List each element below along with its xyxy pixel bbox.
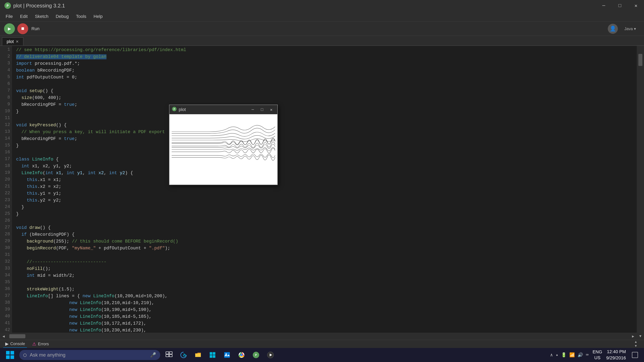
- tabbar: plot ✕: [0, 36, 644, 46]
- dropbox-icon[interactable]: ✦: [556, 352, 558, 358]
- menubar: File Edit Sketch Debug Tools Help: [0, 11, 644, 22]
- microphone-icon[interactable]: 🎤: [150, 352, 156, 358]
- taskbar-right: ∧ ✦ 🔋 📶 🔊 ⌨ ENG US 12:40 PM 9/29/2016: [550, 349, 640, 361]
- svg-text:P: P: [255, 354, 257, 357]
- volume-icon[interactable]: 🔊: [578, 352, 583, 358]
- svg-rect-7: [10, 355, 14, 359]
- search-placeholder: Ask me anything: [30, 352, 66, 358]
- errors-icon: ⚠: [32, 342, 36, 347]
- user-icon[interactable]: 👤: [608, 24, 618, 34]
- system-clock[interactable]: 12:40 PM 9/29/2016: [606, 349, 626, 361]
- lang-code: ENG: [592, 349, 602, 355]
- plot-window-titlebar: P plot ─ □ ✕: [170, 105, 277, 114]
- scroll-left-button[interactable]: ◀: [0, 333, 7, 340]
- lang-region: US: [592, 355, 602, 361]
- app-icon: P: [4, 2, 11, 9]
- search-bar[interactable]: ◯ Ask me anything 🎤: [19, 350, 160, 360]
- line-numbers: 1 2 3 4 5 6 7 8 9 10 11 12 13 14 15 16 1…: [0, 46, 12, 340]
- chevron-up-icon[interactable]: ∧: [550, 352, 553, 358]
- svg-rect-13: [210, 352, 212, 355]
- photos-button[interactable]: [222, 349, 233, 361]
- run-label: Run: [32, 26, 40, 31]
- stop-button[interactable]: ■: [17, 23, 28, 34]
- scroll-thumb-vertical[interactable]: [638, 54, 642, 66]
- svg-text:P: P: [7, 4, 9, 8]
- plot-close-button[interactable]: ✕: [268, 106, 275, 113]
- store-button[interactable]: [207, 349, 218, 361]
- plot-canvas: [170, 114, 277, 185]
- tab-label: plot: [7, 39, 14, 44]
- plot-visualization: [170, 114, 277, 185]
- svg-rect-6: [6, 355, 10, 359]
- plot-window: P plot ─ □ ✕: [169, 105, 278, 185]
- plot-window-title: plot: [179, 107, 247, 112]
- clock-time: 12:40 PM: [606, 349, 626, 355]
- code-editor[interactable]: // see https://processing.org/reference/…: [12, 46, 637, 340]
- language-indicator[interactable]: ENG US: [592, 349, 602, 361]
- svg-point-21: [240, 354, 243, 356]
- titlebar-title: plot | Processing 3.2.1: [13, 2, 65, 9]
- keyboard-icon[interactable]: ⌨: [586, 352, 588, 358]
- menu-sketch[interactable]: Sketch: [31, 12, 52, 21]
- svg-rect-10: [166, 355, 169, 357]
- java-mode-label[interactable]: Java ▾: [624, 26, 636, 31]
- search-icon: ◯: [23, 352, 26, 358]
- action-center-button[interactable]: [630, 350, 640, 360]
- svg-rect-15: [210, 355, 212, 358]
- svg-text:P: P: [174, 108, 175, 111]
- toolbar: ▶ ■ Run Java ▾ 👤: [0, 22, 644, 36]
- media-player-button[interactable]: [265, 349, 276, 361]
- vertical-scrollbar[interactable]: [637, 46, 644, 340]
- svg-rect-8: [166, 352, 169, 354]
- menu-edit[interactable]: Edit: [16, 12, 31, 21]
- maximize-button[interactable]: □: [612, 0, 628, 11]
- errors-label: Errors: [38, 342, 49, 346]
- minimize-button[interactable]: ─: [596, 0, 612, 11]
- plot-app-icon: P: [172, 107, 177, 113]
- console-tab[interactable]: ▶ Console: [3, 341, 27, 348]
- network-icon[interactable]: 📶: [569, 352, 575, 358]
- svg-rect-12: [195, 354, 201, 357]
- scroll-track-horizontal[interactable]: [7, 334, 630, 338]
- processing-taskbar-button[interactable]: P: [250, 349, 262, 361]
- status-scroll-up[interactable]: ▲: [635, 340, 637, 344]
- task-view-button[interactable]: [164, 349, 175, 361]
- taskbar: ◯ Ask me anything 🎤: [0, 348, 644, 362]
- menu-help[interactable]: Help: [90, 12, 106, 21]
- file-explorer-button[interactable]: [192, 349, 204, 361]
- menu-debug[interactable]: Debug: [52, 12, 72, 21]
- status-scroll-down[interactable]: ▼: [635, 344, 637, 348]
- battery-icon[interactable]: 🔋: [561, 352, 566, 358]
- plot-minimize-button[interactable]: ─: [249, 106, 256, 113]
- scroll-right-button[interactable]: ▶: [630, 333, 637, 340]
- svg-rect-16: [213, 355, 215, 358]
- svg-rect-11: [169, 355, 172, 357]
- titlebar-controls: ─ □ ✕: [596, 0, 644, 11]
- errors-tab[interactable]: ⚠ Errors: [30, 341, 51, 348]
- editor-area: 1 2 3 4 5 6 7 8 9 10 11 12 13 14 15 16 1…: [0, 46, 637, 340]
- start-button[interactable]: [4, 349, 16, 361]
- svg-rect-4: [6, 351, 10, 355]
- scroll-down-button[interactable]: ▼: [637, 333, 644, 340]
- tab-close-icon[interactable]: ✕: [16, 39, 19, 44]
- svg-rect-9: [169, 352, 172, 354]
- svg-rect-26: [632, 352, 638, 358]
- chrome-button[interactable]: [236, 349, 247, 361]
- menu-tools[interactable]: Tools: [72, 12, 90, 21]
- run-button[interactable]: ▶: [4, 23, 15, 34]
- svg-rect-5: [10, 351, 14, 355]
- menu-file[interactable]: File: [2, 12, 16, 21]
- plot-maximize-button[interactable]: □: [258, 106, 266, 113]
- console-icon: ▶: [5, 341, 9, 347]
- edge-browser-button[interactable]: [178, 349, 189, 361]
- svg-rect-14: [213, 352, 215, 355]
- horizontal-scrollbar[interactable]: ◀ ▶: [0, 333, 637, 340]
- close-button[interactable]: ✕: [628, 0, 644, 11]
- scrollbar-arrows-status: ▲ ▼: [635, 340, 637, 348]
- console-label: Console: [10, 342, 25, 346]
- scroll-thumb-horizontal[interactable]: [9, 334, 25, 338]
- status-bar: ▶ Console ⚠ Errors ▲ ▼: [0, 340, 644, 348]
- titlebar: P plot | Processing 3.2.1 ─ □ ✕: [0, 0, 644, 11]
- clock-date: 9/29/2016: [606, 355, 626, 361]
- tab-plot[interactable]: plot ✕: [2, 37, 23, 45]
